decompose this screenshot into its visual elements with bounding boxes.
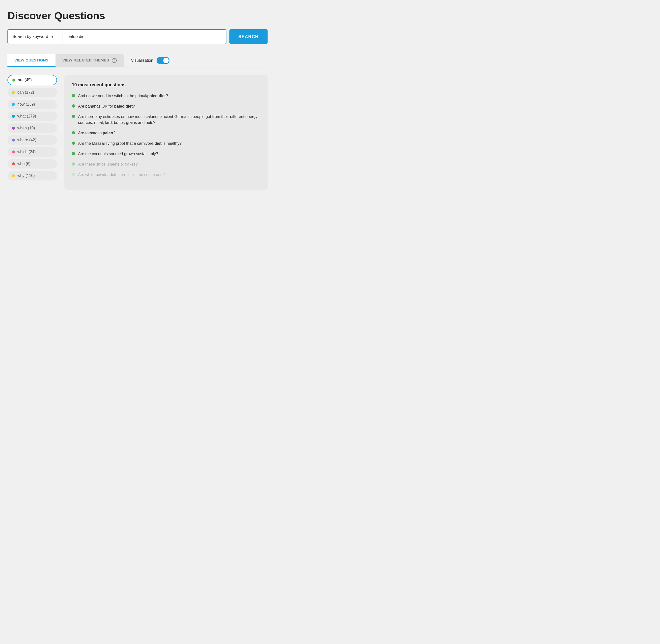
search-input[interactable] bbox=[63, 30, 226, 44]
keyword-label-can: can (172) bbox=[17, 90, 34, 95]
questions-panel: 10 most recent questions And do we need … bbox=[65, 75, 267, 190]
chevron-down-icon: ▼ bbox=[51, 35, 54, 39]
question-dot-q4 bbox=[72, 131, 75, 134]
tabs-row: VIEW QUESTIONS VIEW RELATED THEMES i Vis… bbox=[7, 54, 267, 67]
keyword-chip-who[interactable]: who (6) bbox=[7, 159, 57, 168]
question-dot-q8 bbox=[72, 173, 75, 176]
question-text-q1: And do we need to switch to the primal/p… bbox=[78, 93, 168, 99]
keyword-dot-when bbox=[12, 127, 15, 130]
question-item-q3: Are there any estimates on how much calo… bbox=[72, 114, 260, 126]
question-item-q5: Are the Maasai living proof that a carni… bbox=[72, 141, 260, 146]
question-item-q1: And do we need to switch to the primal/p… bbox=[72, 93, 260, 99]
question-dot-q3 bbox=[72, 115, 75, 118]
keyword-dot-can bbox=[12, 91, 15, 94]
toggle-thumb bbox=[163, 58, 169, 63]
question-dot-q7 bbox=[72, 162, 75, 166]
keyword-chip-which[interactable]: which (24) bbox=[7, 147, 57, 157]
question-item-q7: Are these strips, sheets or flakes? bbox=[72, 161, 260, 167]
keyword-chip-why[interactable]: why (110) bbox=[7, 171, 57, 181]
keyword-label-how: how (239) bbox=[17, 102, 35, 107]
info-icon: i bbox=[112, 58, 117, 63]
keyword-label-are: are (45) bbox=[18, 78, 32, 82]
question-item-q8: Are white powder dots normal i'm the coc… bbox=[72, 172, 260, 178]
question-item-q6: Are the coconuts sourced grown sustainab… bbox=[72, 151, 260, 157]
search-button[interactable]: SEARCH bbox=[230, 29, 267, 44]
keyword-chip-where[interactable]: where (42) bbox=[7, 135, 57, 145]
keyword-label-which: which (24) bbox=[17, 150, 36, 154]
question-text-q3: Are there any estimates on how much calo… bbox=[78, 114, 260, 126]
keyword-chip-can[interactable]: can (172) bbox=[7, 88, 57, 97]
keyword-dot-where bbox=[12, 139, 15, 141]
tab-view-related-themes[interactable]: VIEW RELATED THEMES i bbox=[55, 54, 124, 67]
keyword-dot-who bbox=[12, 162, 15, 165]
question-dot-q5 bbox=[72, 141, 75, 145]
keyword-dot-what bbox=[12, 115, 15, 118]
dropdown-label: Search by keyword bbox=[13, 34, 48, 39]
main-content: are (45)can (172)how (239)what (279)when… bbox=[7, 75, 267, 190]
question-item-q2: Are bananas OK for paleo diet? bbox=[72, 104, 260, 109]
search-dropdown[interactable]: Search by keyword ▼ bbox=[8, 30, 63, 44]
keyword-dot-how bbox=[12, 103, 15, 106]
question-text-q6: Are the coconuts sourced grown sustainab… bbox=[78, 151, 158, 157]
keyword-dot-why bbox=[12, 174, 15, 177]
visualisation-toggle-switch[interactable] bbox=[157, 57, 169, 64]
keyword-label-why: why (110) bbox=[17, 174, 35, 178]
question-dot-q6 bbox=[72, 152, 75, 155]
keyword-chip-what[interactable]: what (279) bbox=[7, 112, 57, 121]
question-text-q5: Are the Maasai living proof that a carni… bbox=[78, 141, 182, 146]
questions-list: And do we need to switch to the primal/p… bbox=[72, 93, 260, 178]
keyword-label-when: when (10) bbox=[17, 126, 35, 130]
keyword-label-who: who (6) bbox=[17, 162, 30, 166]
keyword-label-what: what (279) bbox=[17, 114, 36, 118]
search-row: Search by keyword ▼ SEARCH bbox=[7, 29, 267, 44]
question-dot-q1 bbox=[72, 94, 75, 97]
keyword-chip-how[interactable]: how (239) bbox=[7, 100, 57, 109]
keyword-label-where: where (42) bbox=[17, 138, 36, 142]
visualisation-toggle: Visualisation bbox=[131, 57, 170, 64]
keyword-dot-which bbox=[12, 151, 15, 154]
tab-view-questions[interactable]: VIEW QUESTIONS bbox=[7, 54, 55, 67]
question-text-q2: Are bananas OK for paleo diet? bbox=[78, 104, 135, 109]
search-box: Search by keyword ▼ bbox=[7, 29, 227, 44]
question-text-q4: Are tomatoes paleo? bbox=[78, 130, 115, 136]
questions-header: 10 most recent questions bbox=[72, 82, 260, 88]
question-item-q4: Are tomatoes paleo? bbox=[72, 130, 260, 136]
toggle-track bbox=[157, 57, 169, 64]
keyword-chip-are[interactable]: are (45) bbox=[7, 75, 57, 85]
visualisation-label: Visualisation bbox=[131, 58, 154, 63]
question-text-q8: Are white powder dots normal i'm the coc… bbox=[78, 172, 165, 178]
question-text-q7: Are these strips, sheets or flakes? bbox=[78, 161, 138, 167]
page-title: Discover Questions bbox=[7, 10, 267, 22]
keywords-panel: are (45)can (172)how (239)what (279)when… bbox=[7, 75, 57, 181]
keyword-chip-when[interactable]: when (10) bbox=[7, 123, 57, 133]
keyword-dot-are bbox=[13, 78, 15, 82]
question-dot-q2 bbox=[72, 105, 75, 108]
